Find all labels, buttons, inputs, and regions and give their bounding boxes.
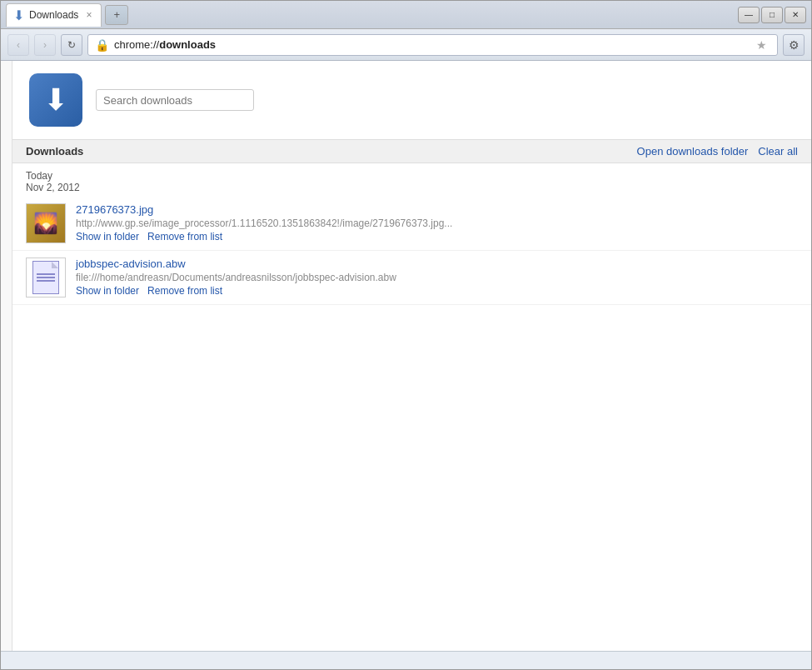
address-bold: downloads xyxy=(159,38,216,51)
close-button[interactable]: ✕ xyxy=(785,7,806,23)
clear-all-link[interactable]: Clear all xyxy=(758,145,798,158)
download-info: jobbspec-advision.abw file:///home/andre… xyxy=(76,258,798,297)
remove-from-list-link[interactable]: Remove from list xyxy=(147,231,222,242)
forward-button[interactable]: › xyxy=(34,34,56,56)
reload-button[interactable]: ↻ xyxy=(61,34,82,56)
nav-bar: ‹ › ↻ 🔒 chrome://downloads ★ ⚙ xyxy=(1,29,811,61)
download-actions: Show in folder Remove from list xyxy=(76,231,798,242)
image-thumbnail xyxy=(27,204,65,242)
downloads-icon-box: ⬇ xyxy=(29,73,82,127)
download-actions: Show in folder Remove from list xyxy=(76,285,798,297)
window-controls: — □ ✕ xyxy=(738,7,806,23)
status-bar xyxy=(1,651,811,669)
browser-window: ⬇ Downloads × + — □ ✕ ‹ › ↻ 🔒 chrome://d… xyxy=(0,0,812,670)
downloads-section-bar: Downloads Open downloads folder Clear al… xyxy=(12,139,811,163)
download-url: http://www.gp.se/image_processor/1.11165… xyxy=(76,218,798,229)
downloads-header: ⬇ xyxy=(12,61,811,139)
date-value: Nov 2, 2012 xyxy=(26,182,80,193)
address-bar[interactable]: 🔒 chrome://downloads ★ xyxy=(87,34,778,56)
title-bar: ⬇ Downloads × + — □ ✕ xyxy=(1,1,811,29)
back-button[interactable]: ‹ xyxy=(7,34,29,56)
downloads-arrow-icon: ⬇ xyxy=(43,85,68,115)
address-prefix: chrome:// xyxy=(114,38,159,51)
file-thumbnail xyxy=(26,203,66,243)
address-text: chrome://downloads xyxy=(114,38,216,51)
active-tab[interactable]: ⬇ Downloads × xyxy=(6,3,102,27)
tab-download-icon: ⬇ xyxy=(13,8,24,23)
show-in-folder-link[interactable]: Show in folder xyxy=(76,231,139,242)
doc-line xyxy=(37,277,55,278)
search-input[interactable] xyxy=(96,89,254,111)
show-in-folder-link[interactable]: Show in folder xyxy=(76,285,139,297)
date-group: Today Nov 2, 2012 xyxy=(12,163,811,197)
new-tab-button[interactable]: + xyxy=(105,5,128,25)
file-thumbnail xyxy=(26,258,66,298)
tools-button[interactable]: ⚙ xyxy=(783,34,805,56)
minimize-button[interactable]: — xyxy=(738,7,760,23)
download-item: jobbspec-advision.abw file:///home/andre… xyxy=(12,251,811,305)
download-filename-link[interactable]: 2719676373.jpg xyxy=(76,203,153,216)
tab-close-button[interactable]: × xyxy=(83,8,94,22)
doc-line xyxy=(37,273,55,275)
main-content: ⬇ Downloads Open downloads folder Clear … xyxy=(12,61,811,651)
download-info: 2719676373.jpg http://www.gp.se/image_pr… xyxy=(76,203,798,242)
remove-from-list-link[interactable]: Remove from list xyxy=(147,285,222,297)
download-url: file:///home/andreasn/Documents/andreasn… xyxy=(76,272,798,283)
downloads-list: Today Nov 2, 2012 2719676373.jpg http://… xyxy=(12,163,811,651)
download-item: 2719676373.jpg http://www.gp.se/image_pr… xyxy=(12,197,811,251)
page-content: ⬇ Downloads Open downloads folder Clear … xyxy=(1,61,811,651)
maximize-button[interactable]: □ xyxy=(761,7,783,23)
section-links: Open downloads folder Clear all xyxy=(637,145,798,158)
date-today: Today xyxy=(26,170,52,182)
doc-line xyxy=(37,280,55,282)
open-downloads-folder-link[interactable]: Open downloads folder xyxy=(637,145,749,158)
sidebar xyxy=(1,61,12,651)
section-title: Downloads xyxy=(26,145,83,158)
address-bar-icon: 🔒 xyxy=(95,38,109,52)
bookmark-button[interactable]: ★ xyxy=(752,36,770,54)
doc-thumbnail xyxy=(27,258,65,297)
download-filename-link[interactable]: jobbspec-advision.abw xyxy=(76,258,186,270)
doc-icon xyxy=(32,261,59,294)
title-bar-left: ⬇ Downloads × + xyxy=(6,3,735,27)
doc-lines xyxy=(37,272,55,283)
tab-title: Downloads xyxy=(29,9,78,21)
